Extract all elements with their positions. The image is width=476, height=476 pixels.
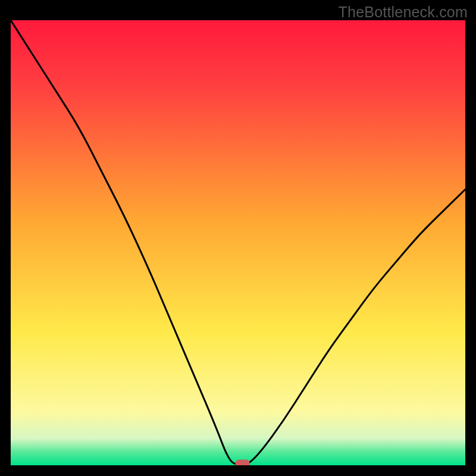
watermark-text: TheBottleneck.com	[339, 4, 468, 21]
gradient-background	[11, 20, 465, 465]
plot-svg	[11, 20, 465, 465]
bottleneck-plot	[11, 20, 465, 465]
chart-frame: TheBottleneck.com	[0, 0, 476, 476]
optimal-point-marker	[236, 460, 250, 466]
